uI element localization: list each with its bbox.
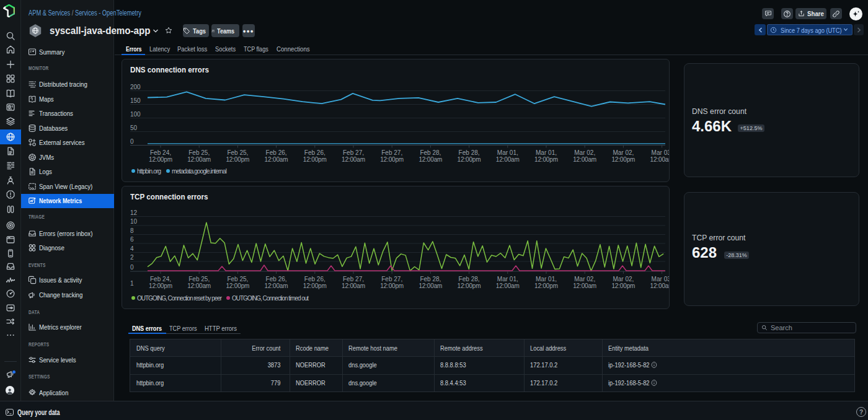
svg-text:12:00pm: 12:00pm (380, 282, 404, 289)
svg-text:12:00am: 12:00am (418, 282, 442, 289)
svg-text:200: 200 (130, 84, 141, 90)
svg-text:12:00am: 12:00am (265, 156, 288, 163)
svg-text:8: 8 (130, 227, 134, 234)
svg-text:12:00pm: 12:00pm (226, 156, 249, 163)
svg-text:12:00am: 12:00am (418, 156, 442, 163)
svg-text:12:00pm: 12:00pm (611, 282, 635, 289)
svg-text:12:00am: 12:00am (650, 156, 669, 163)
svg-text:Feb 26,: Feb 26, (266, 276, 287, 282)
svg-text:12: 12 (130, 209, 138, 216)
svg-text:4: 4 (130, 245, 134, 252)
svg-text:0: 0 (130, 138, 134, 145)
svg-text:OUTGOING, Connection timed out: OUTGOING, Connection timed out (232, 295, 309, 302)
svg-text:Feb 25,: Feb 25, (227, 276, 248, 282)
svg-text:150: 150 (130, 97, 141, 104)
svg-text:Mar 01,: Mar 01, (497, 149, 518, 156)
svg-text:12:00pm: 12:00pm (458, 282, 481, 289)
svg-text:12:00am: 12:00am (496, 282, 520, 289)
svg-text:12:00am: 12:00am (187, 156, 211, 163)
svg-text:Feb 27,: Feb 27, (381, 149, 402, 156)
svg-text:Feb 28,: Feb 28, (459, 276, 480, 282)
svg-text:12:00am: 12:00am (496, 156, 520, 163)
svg-text:Mar 01,: Mar 01, (497, 276, 518, 282)
svg-text:metadata.google.internal: metadata.google.internal (172, 168, 227, 175)
svg-text:12:00am: 12:00am (187, 282, 211, 289)
svg-text:12:00pm: 12:00pm (149, 156, 172, 163)
svg-text:12:00am: 12:00am (265, 282, 288, 289)
svg-text:12:00pm: 12:00pm (611, 156, 635, 163)
svg-text:Mar 03,: Mar 03, (652, 276, 669, 282)
svg-text:6: 6 (130, 236, 134, 243)
svg-text:Mar 02,: Mar 02, (613, 149, 634, 156)
svg-text:10: 10 (130, 218, 138, 225)
svg-text:Mar 01,: Mar 01, (536, 276, 557, 282)
svg-text:12:00pm: 12:00pm (149, 282, 172, 289)
svg-text:Feb 26,: Feb 26, (304, 149, 326, 156)
svg-text:Feb 25,: Feb 25, (188, 149, 210, 156)
svg-text:Mar 02,: Mar 02, (613, 276, 634, 282)
svg-text:50: 50 (130, 125, 138, 131)
svg-text:12:00pm: 12:00pm (458, 156, 481, 163)
svg-text:Mar 03,: Mar 03, (652, 149, 669, 156)
svg-text:12:00pm: 12:00pm (534, 282, 558, 289)
svg-text:Feb 25,: Feb 25, (188, 276, 210, 282)
svg-text:httpbin.org: httpbin.org (137, 168, 161, 175)
svg-text:Feb 26,: Feb 26, (266, 149, 287, 156)
svg-text:Feb 27,: Feb 27, (343, 149, 364, 156)
svg-text:12:00pm: 12:00pm (380, 156, 404, 163)
svg-text:12:00pm: 12:00pm (303, 282, 327, 289)
svg-text:Mar 02,: Mar 02, (574, 276, 595, 282)
svg-text:Feb 28,: Feb 28, (420, 149, 441, 156)
svg-text:Feb 26,: Feb 26, (304, 276, 326, 282)
svg-text:12:00am: 12:00am (573, 282, 596, 289)
svg-text:Feb 27,: Feb 27, (343, 276, 364, 282)
svg-text:Feb 28,: Feb 28, (459, 149, 480, 156)
svg-text:12:00pm: 12:00pm (534, 156, 558, 163)
svg-text:Feb 25,: Feb 25, (227, 149, 248, 156)
svg-text:2: 2 (130, 254, 134, 261)
svg-text:12:00pm: 12:00pm (303, 156, 327, 163)
svg-text:Feb 28,: Feb 28, (420, 276, 441, 282)
svg-text:Feb 27,: Feb 27, (381, 276, 402, 282)
svg-text:12:00am: 12:00am (650, 282, 669, 289)
svg-text:12:00pm: 12:00pm (226, 282, 249, 289)
svg-text:12:00am: 12:00am (342, 282, 365, 289)
svg-text:Mar 02,: Mar 02, (574, 149, 595, 156)
svg-text:0: 0 (130, 264, 134, 271)
svg-text:Feb 24,: Feb 24, (150, 149, 171, 156)
svg-text:12:00am: 12:00am (342, 156, 365, 163)
svg-text:100: 100 (130, 111, 141, 118)
svg-text:Feb 24,: Feb 24, (150, 276, 171, 282)
svg-text:1: 1 (130, 280, 134, 287)
svg-text:12:00am: 12:00am (573, 156, 596, 163)
svg-text:Mar 01,: Mar 01, (536, 149, 557, 156)
svg-text:OUTGOING, Connection reset by: OUTGOING, Connection reset by peer (137, 295, 223, 302)
